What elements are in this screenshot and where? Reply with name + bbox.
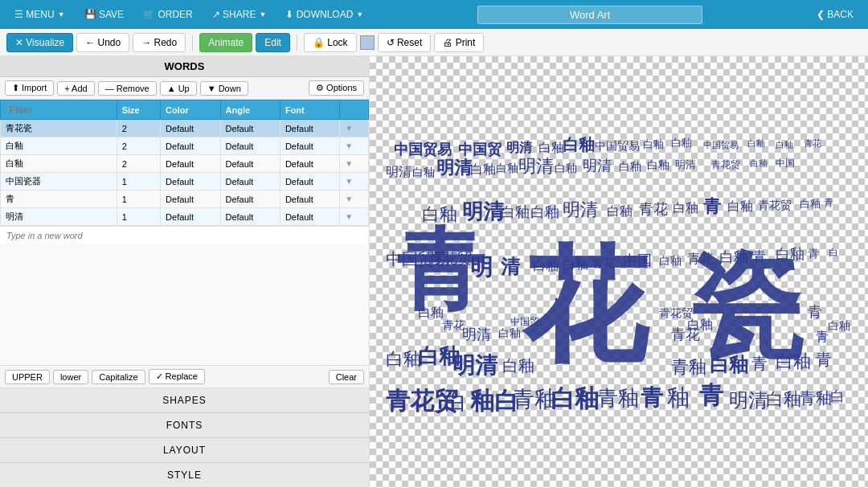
size-cell: 1	[117, 173, 160, 191]
svg-text:白釉: 白釉	[828, 320, 850, 332]
section-button-shapes[interactable]: SHAPES	[0, 388, 369, 413]
svg-text:青: 青	[816, 351, 832, 368]
table-header-row: Size Color Angle Font	[1, 100, 369, 120]
word-art-svg: 中国贸易 中国贸 明清 白釉 白釉 中国贸易 白釉 白釉 中国贸易 白釉 白釉 …	[382, 124, 856, 421]
back-button[interactable]: ❮ BACK	[809, 6, 862, 23]
svg-text:白: 白	[829, 247, 838, 258]
table-row[interactable]: 青花瓷 2 Default Default Default ▼	[1, 120, 369, 137]
row-arrow[interactable]: ▼	[340, 191, 369, 208]
word-cell: 青花瓷	[1, 120, 117, 137]
svg-text:白釉: 白釉	[727, 199, 753, 213]
word-art-container: 中国贸易 中国贸 明清 白釉 白釉 中国贸易 白釉 白釉 中国贸易 白釉 白釉 …	[370, 56, 868, 488]
options-button[interactable]: ⚙ Options	[309, 80, 364, 96]
table-row[interactable]: 青 1 Default Default Default ▼	[1, 191, 369, 208]
svg-text:白釉: 白釉	[538, 141, 564, 154]
svg-text:青花: 青花	[592, 257, 615, 269]
canvas-area[interactable]: 中国贸易 中国贸 明清 白釉 白釉 中国贸易 白釉 白釉 中国贸易 白釉 白釉 …	[370, 56, 868, 488]
svg-text:青花: 青花	[442, 319, 465, 331]
table-row[interactable]: 白釉 2 Default Default Default ▼	[1, 155, 369, 173]
section-button-layout[interactable]: LAYOUT	[0, 438, 369, 463]
table-row[interactable]: 明清 1 Default Default Default ▼	[1, 208, 369, 226]
svg-text:釉: 釉	[667, 385, 690, 410]
redo-button[interactable]: → Redo	[133, 33, 186, 52]
up-button[interactable]: ▲ Up	[160, 81, 197, 96]
new-word-input[interactable]	[0, 226, 369, 244]
svg-text:青花: 青花	[639, 201, 668, 217]
font-cell: Default	[280, 155, 339, 173]
font-cell: Default	[280, 120, 339, 137]
reset-button[interactable]: ↺ Reset	[378, 33, 432, 52]
row-arrow[interactable]: ▼	[340, 208, 369, 226]
svg-text:白釉: 白釉	[563, 136, 595, 154]
svg-text:青: 青	[703, 196, 722, 216]
upper-button[interactable]: UPPER	[5, 370, 50, 384]
import-button[interactable]: ⬆ Import	[5, 80, 54, 96]
svg-text:青: 青	[808, 248, 819, 260]
title-input[interactable]	[477, 6, 702, 24]
color-swatch[interactable]	[360, 35, 375, 50]
add-button[interactable]: + Add	[57, 81, 94, 96]
row-arrow[interactable]: ▼	[340, 137, 369, 155]
size-cell: 2	[117, 137, 160, 155]
clear-button[interactable]: Clear	[329, 370, 364, 384]
angle-cell: Default	[220, 173, 280, 191]
words-header: WORDS	[0, 56, 369, 77]
font-cell: Default	[280, 173, 339, 191]
lock-button[interactable]: 🔒 Lock	[304, 33, 357, 52]
col-filter	[1, 100, 117, 120]
svg-text:明清: 明清	[436, 158, 473, 178]
down-button[interactable]: ▼ Down	[200, 81, 248, 96]
remove-button[interactable]: — Remove	[98, 81, 157, 96]
topbar-left: ☰ MENU 💾 SAVE 🛒 ORDER ↗ SHARE ⬇ DOWNLOAD	[6, 6, 371, 23]
order-button[interactable]: 🛒 ORDER	[135, 6, 201, 23]
svg-text:白釉: 白釉	[647, 159, 669, 171]
download-button[interactable]: ⬇ DOWNLOAD	[277, 6, 371, 23]
topbar-center	[371, 6, 809, 24]
size-cell: 1	[117, 208, 160, 226]
font-cell: Default	[280, 137, 339, 155]
sections-list: SHAPESFONTSLAYOUTSTYLE	[0, 388, 369, 488]
lower-button[interactable]: lower	[53, 370, 88, 384]
svg-text:青花: 青花	[671, 326, 700, 342]
separator-2	[297, 35, 297, 51]
replace-button[interactable]: ✓ Replace	[149, 369, 205, 384]
menu-button[interactable]: ☰ MENU	[6, 6, 73, 23]
row-arrow[interactable]: ▼	[340, 155, 369, 173]
print-button[interactable]: 🖨 Print	[434, 33, 484, 52]
svg-text:白釉: 白釉	[496, 162, 518, 174]
svg-text:白釉: 白釉	[555, 162, 577, 174]
svg-text:青花: 青花	[804, 138, 821, 148]
size-cell: 2	[117, 120, 160, 137]
svg-text:青: 青	[641, 385, 664, 410]
share-button[interactable]: ↗ SHARE	[204, 6, 275, 23]
edit-button[interactable]: Edit	[256, 33, 290, 52]
svg-text:白釉: 白釉	[386, 349, 421, 369]
angle-cell: Default	[220, 155, 280, 173]
visualize-button[interactable]: ✕ Visualize	[6, 33, 73, 52]
row-arrow[interactable]: ▼	[340, 120, 369, 137]
svg-text:白釉: 白釉	[673, 201, 698, 215]
section-button-fonts[interactable]: FONTS	[0, 413, 369, 438]
capitalize-button[interactable]: Capitalize	[92, 370, 145, 384]
col-color: Color	[161, 100, 220, 120]
svg-text:明清: 明清	[462, 200, 505, 223]
word-cell: 青	[1, 191, 117, 208]
toolbar: ✕ Visualize ← Undo → Redo Animate Edit 🔒…	[0, 29, 868, 56]
col-size: Size	[117, 100, 160, 120]
animate-button[interactable]: Animate	[199, 33, 252, 52]
table-row[interactable]: 白釉 2 Default Default Default ▼	[1, 137, 369, 155]
filter-input[interactable]	[6, 103, 70, 117]
svg-text:白釉: 白釉	[619, 161, 641, 173]
svg-text:白釉: 白釉	[422, 204, 457, 224]
section-button-style[interactable]: STYLE	[0, 463, 369, 488]
angle-cell: Default	[220, 120, 280, 137]
row-arrow[interactable]: ▼	[340, 173, 369, 191]
word-cell: 中国瓷器	[1, 173, 117, 191]
table-row[interactable]: 中国瓷器 1 Default Default Default ▼	[1, 173, 369, 191]
save-button[interactable]: 💾 SAVE	[76, 6, 132, 23]
font-cell: Default	[280, 191, 339, 208]
case-toolbar: UPPER lower Capitalize ✓ Replace Clear	[0, 366, 369, 388]
svg-text:中国贸: 中国贸	[458, 141, 502, 158]
svg-text:青釉: 青釉	[671, 357, 706, 377]
undo-button[interactable]: ← Undo	[76, 33, 129, 52]
